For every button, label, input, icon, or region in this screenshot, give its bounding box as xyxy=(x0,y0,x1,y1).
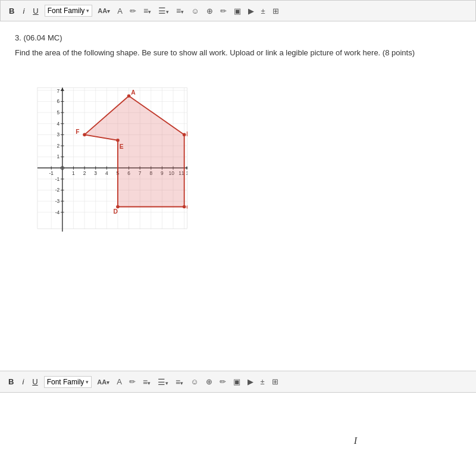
svg-point-81 xyxy=(183,205,186,208)
svg-point-80 xyxy=(183,133,186,136)
pencil-icon[interactable]: ✏ xyxy=(128,5,138,17)
point-F-label: F xyxy=(76,129,79,135)
question-text: Find the area of the following shape. Be… xyxy=(15,47,461,59)
top-toolbar: B i U Font Family ▾ AA▾ A ✏ ≡▾ ☰▾ ≡▾ ☺ ⊕… xyxy=(0,0,476,21)
edit-icon[interactable]: ✏ xyxy=(218,5,228,17)
bottom-plus-minus-icon[interactable]: ± xyxy=(259,376,267,387)
bold-button[interactable]: B xyxy=(7,5,17,17)
align-left-icon[interactable]: ≡▾ xyxy=(142,5,153,17)
text-cursor: I xyxy=(354,436,357,446)
svg-text:-4: -4 xyxy=(55,209,60,215)
bottom-edit-icon[interactable]: ✏ xyxy=(218,376,228,387)
svg-text:6: 6 xyxy=(57,98,60,104)
svg-point-84 xyxy=(83,133,86,136)
bottom-font-family-dropdown[interactable]: Font Family ▾ xyxy=(44,376,92,388)
svg-text:2: 2 xyxy=(83,170,86,176)
font-family-dropdown[interactable]: Font Family ▾ xyxy=(45,5,93,17)
italic-button[interactable]: i xyxy=(20,5,27,17)
bottom-toolbar: B i U Font Family ▾ AA▾ A ✏ ≡▾ ☰▾ ≡▾ ☺ ⊕… xyxy=(0,371,476,393)
underline-button[interactable]: U xyxy=(30,5,40,17)
svg-text:-1: -1 xyxy=(55,176,60,181)
bottom-underline-button[interactable]: U xyxy=(30,376,40,387)
question-number: 3. (06.04 MC) xyxy=(15,33,461,42)
svg-text:3: 3 xyxy=(94,170,97,176)
bottom-pencil-icon[interactable]: ✏ xyxy=(127,376,137,387)
svg-text:1: 1 xyxy=(72,170,75,176)
svg-marker-29 xyxy=(186,166,187,170)
svg-text:12: 12 xyxy=(186,170,187,176)
point-D-label: D xyxy=(113,208,117,214)
grid-icon[interactable]: ⊞ xyxy=(271,5,281,17)
svg-text:-1: -1 xyxy=(49,170,54,176)
video-icon[interactable]: ▶ xyxy=(246,5,256,17)
point-B-label: B xyxy=(186,131,187,137)
link-icon[interactable]: ⊕ xyxy=(205,5,215,17)
svg-text:1: 1 xyxy=(57,154,60,159)
svg-text:3: 3 xyxy=(57,131,60,137)
svg-text:7: 7 xyxy=(57,87,60,93)
bottom-grid-icon[interactable]: ⊞ xyxy=(270,376,280,387)
answer-text-area[interactable]: I xyxy=(0,393,476,476)
graph-container: -1 1 2 3 4 5 6 7 8 9 10 11 12 1 xyxy=(15,74,187,236)
font-family-label: Font Family xyxy=(48,7,85,15)
bottom-font-color-icon[interactable]: A xyxy=(115,376,124,387)
coordinate-graph: -1 1 2 3 4 5 6 7 8 9 10 11 12 1 xyxy=(15,74,187,234)
svg-text:5: 5 xyxy=(57,109,60,115)
bottom-bold-button[interactable]: B xyxy=(6,376,16,387)
svg-point-83 xyxy=(116,138,120,142)
main-container: B i U Font Family ▾ AA▾ A ✏ ≡▾ ☰▾ ≡▾ ☺ ⊕… xyxy=(0,0,476,476)
emoji-icon[interactable]: ☺ xyxy=(189,5,201,17)
font-color-icon[interactable]: A xyxy=(115,5,124,17)
bottom-link-icon[interactable]: ⊕ xyxy=(204,376,214,387)
point-E-label: E xyxy=(120,143,124,149)
image-icon[interactable]: ▣ xyxy=(232,5,243,17)
bottom-align-left-icon[interactable]: ≡▾ xyxy=(141,376,152,388)
svg-text:-2: -2 xyxy=(55,187,60,193)
point-A-label: A xyxy=(131,89,136,96)
font-family-arrow: ▾ xyxy=(86,8,89,14)
bottom-font-family-label: Font Family xyxy=(47,378,84,386)
bottom-font-family-arrow: ▾ xyxy=(86,379,89,385)
unordered-list-icon[interactable]: ≡▾ xyxy=(174,5,186,17)
svg-point-79 xyxy=(127,94,131,98)
content-area: 3. (06.04 MC) Find the area of the follo… xyxy=(0,21,476,371)
bottom-emoji-icon[interactable]: ☺ xyxy=(189,376,200,387)
plus-minus-icon[interactable]: ± xyxy=(259,5,267,17)
bottom-unordered-list-icon[interactable]: ≡▾ xyxy=(174,376,185,388)
bottom-video-icon[interactable]: ▶ xyxy=(246,376,255,387)
point-C-label: C xyxy=(186,204,187,211)
bottom-editor: B i U Font Family ▾ AA▾ A ✏ ≡▾ ☰▾ ≡▾ ☺ ⊕… xyxy=(0,371,476,476)
bottom-ordered-list-icon[interactable]: ☰▾ xyxy=(156,376,170,388)
bottom-image-icon[interactable]: ▣ xyxy=(231,376,242,387)
svg-text:4: 4 xyxy=(57,120,60,126)
svg-text:4: 4 xyxy=(105,170,108,176)
bottom-italic-button[interactable]: i xyxy=(20,376,26,387)
ordered-list-icon[interactable]: ☰▾ xyxy=(156,5,171,17)
aa-button[interactable]: AA▾ xyxy=(96,6,112,15)
bottom-aa-button[interactable]: AA▾ xyxy=(95,377,111,387)
svg-text:2: 2 xyxy=(57,142,60,148)
svg-text:-3: -3 xyxy=(55,198,60,203)
